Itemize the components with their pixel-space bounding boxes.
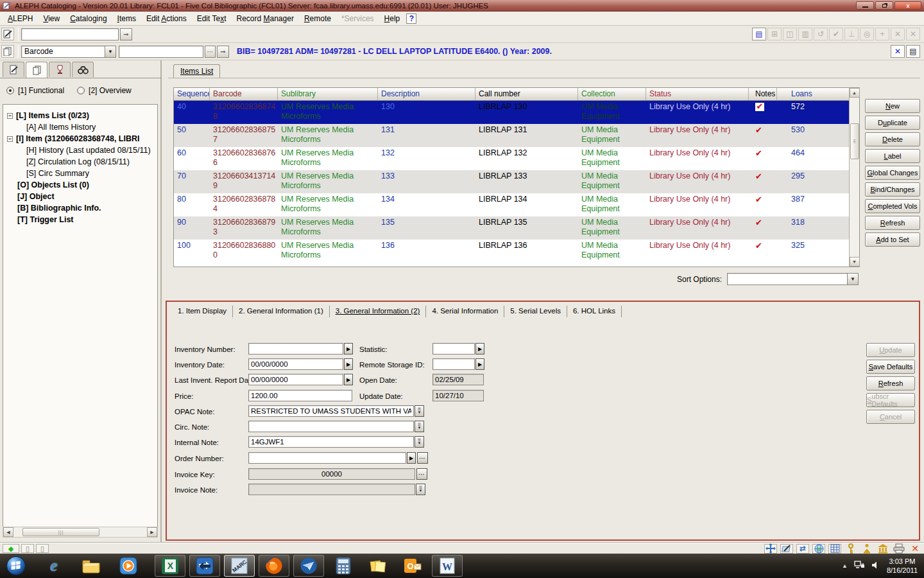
radio-1-functional[interactable] xyxy=(6,87,14,94)
windows-explorer-icon[interactable] xyxy=(78,555,104,577)
move-icon[interactable] xyxy=(764,544,777,554)
tab-5-serial-levels[interactable]: 5. Serial Levels xyxy=(504,306,567,317)
scroll-up-icon[interactable]: ▲ xyxy=(850,88,860,98)
column-header-notes[interactable]: Notes xyxy=(749,88,777,100)
edit-doc-icon[interactable]: ▤ xyxy=(906,45,920,58)
tab-templates-icon[interactable] xyxy=(49,62,71,77)
chevron-down-icon[interactable]: ▼ xyxy=(847,274,858,285)
order-number-input[interactable] xyxy=(248,452,406,464)
view-list-icon[interactable]: ▥ xyxy=(798,28,812,40)
key-icon[interactable] xyxy=(844,544,857,554)
internet-explorer-icon[interactable]: e xyxy=(41,555,67,577)
word-app[interactable]: W xyxy=(432,555,463,577)
column-header-barcode[interactable]: Barcode xyxy=(210,88,278,100)
menu-services[interactable]: *Services xyxy=(336,12,379,25)
add-to-set-button[interactable]: Add to Set xyxy=(865,232,920,247)
help-badge-icon[interactable]: ? xyxy=(406,13,416,24)
close-record-icon[interactable]: ✕ xyxy=(891,28,905,40)
column-header-description[interactable]: Description xyxy=(378,88,475,100)
refresh-button[interactable]: Refresh xyxy=(866,376,915,390)
open-book-icon[interactable]: ◫ xyxy=(783,28,797,40)
start-button[interactable] xyxy=(5,555,27,577)
duplicate-button[interactable]: Duplicate xyxy=(865,116,920,130)
refresh-records-icon[interactable]: ↺ xyxy=(814,28,828,40)
tree-item-h-history-l[interactable]: [H] History (Last updated 08/15/11) xyxy=(7,144,156,156)
menu-edit-actions[interactable]: Edit Actions xyxy=(141,12,192,25)
bank-icon[interactable] xyxy=(877,544,889,554)
calendar-arrow-icon[interactable]: ▶ xyxy=(344,358,353,370)
menu-view[interactable]: View xyxy=(38,12,65,25)
label-button[interactable]: Label xyxy=(865,149,920,163)
scroll-right-icon[interactable]: ▶ xyxy=(147,527,157,537)
menu-aleph[interactable]: ALEPH xyxy=(3,12,38,25)
inventory-number-input[interactable] xyxy=(248,343,343,355)
chevron-down-icon[interactable]: ▼ xyxy=(105,46,116,57)
price-input[interactable] xyxy=(248,390,352,401)
calendar-arrow-icon[interactable]: ▶ xyxy=(344,374,353,385)
marc-app[interactable]: MARC xyxy=(224,555,255,577)
expand-arrow-icon[interactable]: ▶ xyxy=(407,452,416,464)
firefox-app[interactable] xyxy=(259,555,289,577)
bind-changes-button[interactable]: Bind/Changes xyxy=(865,182,920,197)
tree-collapse-icon[interactable]: − xyxy=(7,136,13,142)
radio-2-overview[interactable] xyxy=(77,87,85,94)
expand-arrow-icon[interactable]: ▶ xyxy=(475,343,484,355)
opac-note-input[interactable] xyxy=(248,405,414,417)
menu-help[interactable]: Help xyxy=(379,12,406,25)
scroll-down-icon[interactable]: ▼ xyxy=(850,257,860,267)
tree-item-l-items-list[interactable]: −[L] Items List (0/23) xyxy=(7,110,156,121)
tree-item-j-object[interactable]: [J] Object xyxy=(7,191,156,202)
menu-edit-text[interactable]: Edit Text xyxy=(192,12,232,25)
go-arrow-button[interactable]: ➞ xyxy=(120,28,132,40)
sync-app[interactable] xyxy=(189,555,220,577)
tree-item-a-all-items[interactable]: [A] All Items History xyxy=(7,121,156,133)
scroll-thumb[interactable]: ||| xyxy=(22,528,99,536)
column-header-loans[interactable]: Loans xyxy=(777,88,850,100)
tab-editor-icon[interactable] xyxy=(3,62,24,77)
tab-items-list[interactable]: Items List xyxy=(173,64,220,78)
tab-6-hol-links[interactable]: 6. HOL Links xyxy=(567,306,622,317)
save-defaults-button[interactable]: Save Defaults xyxy=(866,360,915,374)
scroll-left-icon[interactable]: ◀ xyxy=(3,527,13,537)
note-expand-icon[interactable]: ☰▼ xyxy=(415,436,424,448)
tree-item-z-circulatio[interactable]: [Z] Circulation Log (08/15/11) xyxy=(7,156,156,168)
note-expand-icon[interactable]: ☰▼ xyxy=(416,484,425,495)
menu-cataloging[interactable]: Cataloging xyxy=(65,12,112,25)
tab-1-item-display[interactable]: 1. Item Display xyxy=(172,306,233,317)
table-row[interactable]: 60312066028368766UM Reserves Media Micro… xyxy=(174,147,850,170)
sort-options-select[interactable]: ▼ xyxy=(727,273,859,285)
find-record-icon[interactable]: ◎ xyxy=(860,28,874,40)
column-header-sequence[interactable]: Sequence xyxy=(174,88,210,100)
thunderbird-app[interactable] xyxy=(293,555,324,577)
table-row[interactable]: 80312066028368784UM Reserves Media Micro… xyxy=(174,193,850,216)
network-icon[interactable] xyxy=(854,561,865,572)
tree-item-o-objects-li[interactable]: [O] Objects List (0) xyxy=(7,179,156,191)
menu-items[interactable]: Items xyxy=(112,12,141,25)
grid-icon[interactable] xyxy=(828,544,841,554)
inventory-date-input[interactable] xyxy=(248,358,343,370)
tab-search-icon[interactable] xyxy=(72,62,94,77)
minimize-button[interactable] xyxy=(856,1,874,10)
globe-icon[interactable] xyxy=(812,544,825,554)
edit-record-icon[interactable]: ▤ xyxy=(752,28,766,40)
column-header-call-number[interactable]: Call number xyxy=(475,88,578,100)
scroll-thumb[interactable]: == xyxy=(850,123,859,159)
barcode-search-input[interactable] xyxy=(119,46,203,58)
table-row[interactable]: 50312066028368757UM Reserves Media Micro… xyxy=(174,124,850,147)
quick-search-input[interactable] xyxy=(21,28,119,40)
expand-arrow-icon[interactable]: ▶ xyxy=(344,343,353,355)
completed-vols-button[interactable]: Completed Vols xyxy=(865,199,920,213)
check-record-icon[interactable]: ✔ xyxy=(829,28,843,40)
clipboard-icon[interactable] xyxy=(1,45,14,58)
column-header-collection[interactable]: Collection xyxy=(578,88,646,100)
taskbar-clock[interactable]: 3:03 PM8/16/2011 xyxy=(887,557,918,575)
move-record-icon[interactable]: + xyxy=(875,28,889,40)
note-expand-icon[interactable]: ☰▼ xyxy=(415,405,424,417)
transfer-icon[interactable]: ⇄ xyxy=(796,544,809,554)
statistic-input[interactable] xyxy=(432,343,475,355)
circ-note-input[interactable] xyxy=(248,421,414,432)
menu-record-manager[interactable]: Record Manager xyxy=(231,12,298,25)
excel-app[interactable]: X xyxy=(155,555,185,577)
outlook-app[interactable]: O xyxy=(397,555,428,577)
tray-expand-icon[interactable]: ▲ xyxy=(842,563,848,569)
